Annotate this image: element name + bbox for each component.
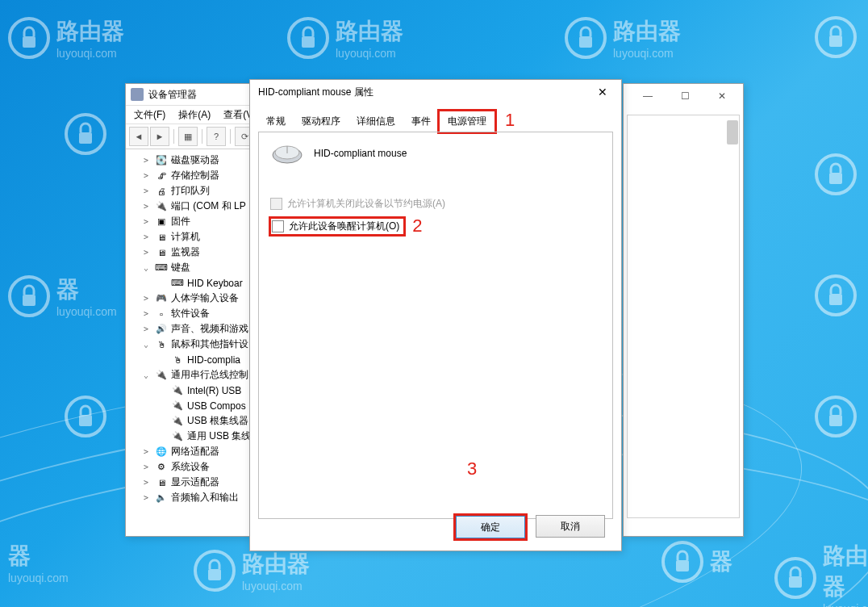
expand-icon[interactable]: > bbox=[140, 232, 152, 241]
menu-action[interactable]: 操作(A) bbox=[175, 107, 214, 123]
svg-point-14 bbox=[816, 276, 855, 315]
minimize-button[interactable]: — bbox=[630, 87, 666, 105]
tree-item-label: Intel(R) USB bbox=[187, 385, 241, 396]
svg-rect-1 bbox=[302, 36, 315, 48]
scrollbar-thumb[interactable] bbox=[727, 120, 738, 144]
tree-item-label: HID Keyboar bbox=[187, 278, 243, 289]
expand-icon[interactable]: ⌄ bbox=[140, 370, 152, 379]
watermark bbox=[65, 113, 106, 155]
device-header: HID-compliant mouse bbox=[270, 142, 601, 165]
expand-icon[interactable]: > bbox=[140, 463, 152, 471]
dialog-buttons: 确定 取消 bbox=[455, 515, 605, 539]
svg-point-4 bbox=[816, 18, 855, 57]
expand-icon[interactable]: > bbox=[140, 171, 152, 180]
expand-icon[interactable]: > bbox=[140, 156, 152, 165]
svg-point-22 bbox=[663, 542, 702, 581]
tree-item-label: 通用串行总线控制 bbox=[171, 368, 248, 382]
tree-item-label: 人体学输入设备 bbox=[171, 291, 239, 305]
svg-rect-5 bbox=[829, 36, 842, 47]
usb-icon: 🔌 bbox=[171, 416, 184, 427]
svg-point-0 bbox=[289, 19, 328, 57]
tab-general[interactable]: 常规 bbox=[258, 111, 294, 132]
svg-rect-17 bbox=[79, 415, 92, 426]
tab-driver[interactable]: 驱动程序 bbox=[294, 111, 348, 132]
checkbox-wake-label: 允许此设备唤醒计算机(O) bbox=[289, 220, 399, 233]
tab-details[interactable]: 详细信息 bbox=[348, 111, 403, 132]
expand-icon[interactable]: ⌄ bbox=[140, 263, 152, 272]
checkbox-wake-computer[interactable]: 允许此设备唤醒计算机(O) bbox=[270, 218, 404, 235]
watermark: 器 bbox=[661, 541, 732, 583]
blank-window: — ☐ ✕ bbox=[623, 83, 744, 537]
tab-power-management[interactable]: 电源管理 bbox=[439, 111, 495, 132]
close-icon[interactable]: ✕ bbox=[592, 84, 613, 100]
keyboard-icon: ⌨ bbox=[155, 262, 168, 274]
watermark: 路由器luyouqi.com bbox=[774, 541, 868, 607]
tree-item-label: 声音、视频和游戏 bbox=[171, 322, 248, 336]
expand-icon[interactable]: > bbox=[140, 309, 152, 318]
mouse-icon bbox=[270, 142, 304, 165]
tree-item-label: 通用 USB 集线 bbox=[187, 429, 251, 443]
monitor-icon: 🖥 bbox=[155, 247, 168, 258]
expand-icon[interactable]: > bbox=[140, 447, 152, 456]
display-icon: 🖥 bbox=[155, 477, 168, 488]
watermark: 路由器luyouqi.com bbox=[287, 16, 403, 60]
storage-icon: 🖇 bbox=[155, 170, 168, 182]
expand-icon[interactable]: > bbox=[140, 478, 152, 487]
expand-icon[interactable]: ⌄ bbox=[140, 340, 152, 349]
hid-icon: 🎮 bbox=[155, 293, 168, 304]
mouse-icon: 🖱 bbox=[171, 354, 184, 366]
expand-icon[interactable]: > bbox=[140, 248, 152, 257]
audio-io-icon: 🔈 bbox=[155, 492, 168, 504]
svg-rect-3 bbox=[579, 36, 592, 48]
device-name: HID-compliant mouse bbox=[314, 148, 407, 159]
tab-strip: 常规 驱动程序 详细信息 事件 电源管理 1 bbox=[250, 104, 621, 132]
tree-item-label: HID-complia bbox=[187, 354, 240, 366]
tree-item-label: 固件 bbox=[171, 215, 190, 228]
expand-icon[interactable]: > bbox=[140, 294, 152, 303]
tree-item-label: 端口 (COM 和 LP bbox=[171, 199, 246, 213]
expand-icon[interactable]: > bbox=[140, 217, 152, 226]
firmware-icon: ▣ bbox=[155, 216, 168, 228]
devmgr-icon bbox=[131, 88, 144, 101]
software-icon: ▫ bbox=[155, 308, 168, 320]
expand-icon[interactable]: > bbox=[140, 186, 152, 195]
tree-item-label: USB Compos bbox=[187, 400, 246, 412]
watermark: 器luyouqi.com bbox=[8, 541, 69, 584]
propdlg-titlebar[interactable]: HID-compliant mouse 属性 ✕ bbox=[250, 80, 621, 104]
annotation-3: 3 bbox=[467, 458, 477, 479]
expand-icon[interactable]: > bbox=[140, 202, 152, 211]
computer-icon: 🖥 bbox=[155, 232, 168, 243]
toolbar-fwd-icon[interactable]: ► bbox=[150, 127, 169, 146]
checkbox-wake-box[interactable] bbox=[272, 220, 284, 232]
keyboard-icon: ⌨ bbox=[171, 278, 184, 289]
blank-body bbox=[627, 115, 740, 518]
svg-rect-7 bbox=[23, 36, 35, 48]
maximize-button[interactable]: ☐ bbox=[667, 87, 703, 105]
expand-icon[interactable]: > bbox=[140, 493, 152, 502]
watermark bbox=[815, 16, 857, 58]
tree-item-label: 存储控制器 bbox=[171, 169, 219, 182]
watermark bbox=[65, 396, 106, 437]
tree-item-label: 鼠标和其他指针设 bbox=[171, 337, 248, 351]
tab-events[interactable]: 事件 bbox=[403, 111, 439, 132]
disk-icon: 💽 bbox=[155, 155, 168, 166]
cancel-button[interactable]: 取消 bbox=[536, 515, 605, 538]
menu-file[interactable]: 文件(F) bbox=[131, 107, 169, 123]
svg-rect-25 bbox=[789, 576, 802, 588]
svg-point-10 bbox=[816, 155, 855, 194]
close-button[interactable]: ✕ bbox=[704, 87, 740, 105]
svg-point-20 bbox=[195, 551, 234, 590]
ok-button[interactable]: 确定 bbox=[455, 515, 526, 539]
toolbar-view-icon[interactable]: ▦ bbox=[178, 127, 198, 146]
tree-item-label: 监视器 bbox=[171, 245, 200, 259]
expand-icon[interactable]: > bbox=[140, 324, 152, 333]
svg-point-24 bbox=[776, 559, 815, 597]
toolbar-help-icon[interactable]: ? bbox=[207, 127, 226, 146]
toolbar-back-icon[interactable]: ◄ bbox=[129, 127, 148, 146]
svg-rect-9 bbox=[79, 132, 92, 144]
printer-icon: 🖨 bbox=[155, 186, 168, 197]
svg-rect-21 bbox=[208, 569, 221, 580]
checkbox-power-off-label: 允许计算机关闭此设备以节约电源(A) bbox=[287, 197, 445, 211]
system-icon: ⚙ bbox=[155, 462, 168, 473]
svg-point-8 bbox=[66, 115, 105, 153]
